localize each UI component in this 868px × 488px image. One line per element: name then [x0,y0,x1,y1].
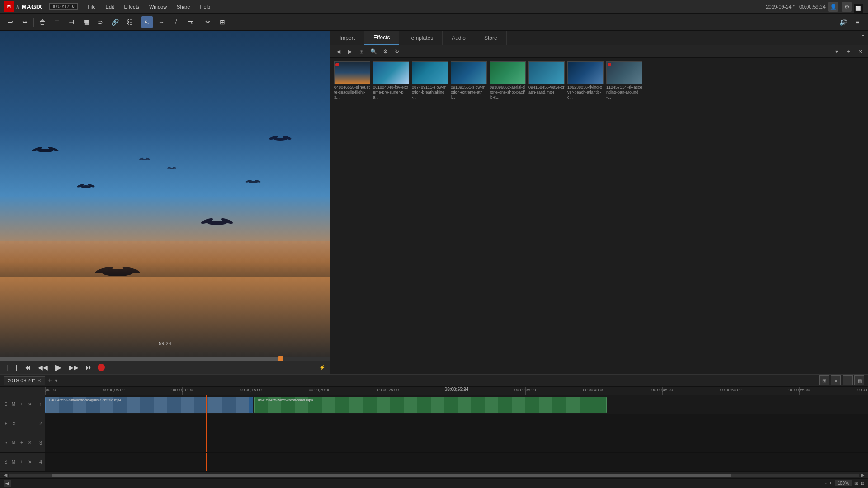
menu-window[interactable]: Window [146,3,170,10]
preview-seekbar[interactable] [0,357,330,361]
nav-forward-button[interactable]: ▶ [345,47,355,56]
track-expand-2[interactable]: + [3,420,9,427]
redo-button[interactable]: ↪ [19,16,31,28]
audio-tool[interactable]: ≡ [852,16,863,28]
panel-options-dropdown[interactable]: ▾ [832,47,842,56]
track-add-4[interactable]: + [19,459,25,465]
select-tool[interactable]: ↖ [141,16,153,28]
volume-button[interactable]: 🔊 [837,16,849,28]
next-frame-button[interactable]: ⏭ [84,363,94,372]
tab-audio[interactable]: Audio [443,31,475,45]
rewind-button[interactable]: ◀◀ [36,363,50,372]
frame [363,397,377,413]
track-content-4[interactable] [45,453,868,472]
mark-in-button[interactable]: [ [5,363,10,372]
menu-help[interactable]: Help [196,3,214,10]
scroll-track[interactable] [9,474,859,477]
zoom-in-button[interactable]: + [830,481,832,486]
media-item-5[interactable]: 093896862-aerial-drone-one-shot-pacific-… [490,61,526,99]
preview-expand-button[interactable]: ⚡ [319,365,326,371]
user-icon[interactable]: 👤 [828,2,838,12]
frame [127,397,141,413]
menu-edit[interactable]: Edit [102,3,118,10]
track-mute-button[interactable]: M [10,401,17,408]
search-button[interactable]: 🔍 [368,47,378,56]
preview-video: 59:24 [0,31,330,361]
add-sequence-button[interactable]: + [48,376,52,385]
scroll-thumb[interactable] [52,474,731,477]
nav-back-button[interactable]: ◀ [333,47,343,56]
nav-files-button[interactable]: ⊞ [357,47,367,56]
split-tool[interactable]: ⧸ [170,16,182,28]
track-mute-3[interactable]: M [10,440,17,446]
track-remove-2[interactable]: ✕ [11,420,17,427]
list-view[interactable]: ≡ [831,375,841,385]
snap-button[interactable]: ⊃ [94,16,106,28]
frame [539,397,553,413]
video-clip-1[interactable]: 048046558-silhouette-seagulls-flight-slo… [45,397,253,413]
track-remove-button[interactable]: ✕ [27,401,33,408]
menu-share[interactable]: Share [173,3,193,10]
media-item-6[interactable]: 094158455-wave-crash-sand.mp4 [528,61,565,99]
unlink-button[interactable]: ⛓ [123,16,135,28]
track-mute-4[interactable]: M [10,459,17,465]
video-clip-2[interactable]: 094158455-wave-crash-sand.mp4 [254,397,607,413]
track-content-2[interactable] [45,414,868,433]
panel-close-button[interactable]: ✕ [855,47,865,56]
panel-add-button[interactable]: + [844,47,854,56]
track-solo-4[interactable]: S [3,459,9,465]
track-remove-4[interactable]: ✕ [27,459,33,465]
refresh-button[interactable]: ↻ [392,47,402,56]
track-remove-3[interactable]: ✕ [27,440,33,446]
edit-toolbar: ↩ ↪ 🗑 T ⊣ ▦ ⊃ 🔗 ⛓ ↖ ↔ ⧸ ⇆ ✂ ⊞ 🔊 ≡ [0,14,868,31]
layout-fit-button[interactable]: ⊡ [861,481,864,486]
ruler-area[interactable]: 00:00:59:24 00:00,00:0000:00,05:0000:00,… [45,387,868,395]
fit-button[interactable]: ⊞ [854,481,858,486]
histogram-button[interactable]: ▦ [80,16,92,28]
track-add-3[interactable]: + [19,440,25,446]
status-left-button[interactable]: ◀ [4,480,11,487]
trim-tool[interactable]: ↔ [156,16,167,28]
tab-templates[interactable]: Templates [399,31,443,45]
media-item-7[interactable]: 106238036-flying-over-beach-atlantic-c..… [567,61,604,99]
project-tab-close[interactable]: ✕ [37,378,41,384]
zoom-out-button[interactable]: - [825,481,826,486]
undo-button[interactable]: ↩ [5,16,16,28]
tab-effects[interactable]: Effects [364,31,399,45]
insert-tool[interactable]: ⊞ [217,16,228,28]
menu-file[interactable]: File [84,3,99,10]
layout-settings[interactable]: ▤ [854,375,864,385]
settings-icon[interactable]: ⚙ [842,2,852,12]
track-add-button[interactable]: + [19,401,25,408]
media-item-3[interactable]: 087489111-slow-motion-breathtaking-... [412,61,448,99]
tab-import[interactable]: Import [330,31,364,45]
sequence-dropdown[interactable]: ▾ [55,377,57,384]
media-item-8[interactable]: 112457114-4k-ascending-pan-around-... [606,61,642,99]
record-button[interactable] [98,364,105,371]
track-content-3[interactable] [45,433,868,452]
slip-tool[interactable]: ⇆ [184,16,196,28]
track-solo-3[interactable]: S [3,440,9,446]
play-button[interactable]: ▶ [53,361,63,373]
cut-tool[interactable]: ✂ [202,16,214,28]
prev-frame-button[interactable]: ⏮ [23,363,33,372]
storyboard-view[interactable]: ⊞ [819,375,829,385]
gear-button[interactable]: ⚙ [380,47,390,56]
media-item-2[interactable]: 061804048-fpv-extreme-pro-surfer-pa... [373,61,409,99]
marker-button[interactable]: ⊣ [66,16,77,28]
fast-forward-button[interactable]: ▶▶ [67,363,80,372]
mark-out-button[interactable]: ] [14,363,19,372]
track-content-1[interactable]: 048046558-silhouette-seagulls-flight-slo… [45,395,868,414]
tab-store[interactable]: Store [475,31,507,45]
track-solo-button[interactable]: S [3,401,9,408]
timeline-view[interactable]: — [843,375,853,385]
link-button[interactable]: 🔗 [109,16,121,28]
delete-button[interactable]: 🗑 [37,16,48,28]
window-expand[interactable]: ⬜ [854,4,863,13]
seekbar-thumb[interactable] [278,356,283,361]
media-item-4[interactable]: 091891551-slow-motion-extreme-athl... [451,61,487,99]
add-panel-button[interactable]: + [858,31,868,41]
media-item-1[interactable]: 048046558-silhouette-seagulls-flight-s..… [334,61,370,99]
menu-effects[interactable]: Effects [121,3,143,10]
text-tool[interactable]: T [51,16,63,28]
